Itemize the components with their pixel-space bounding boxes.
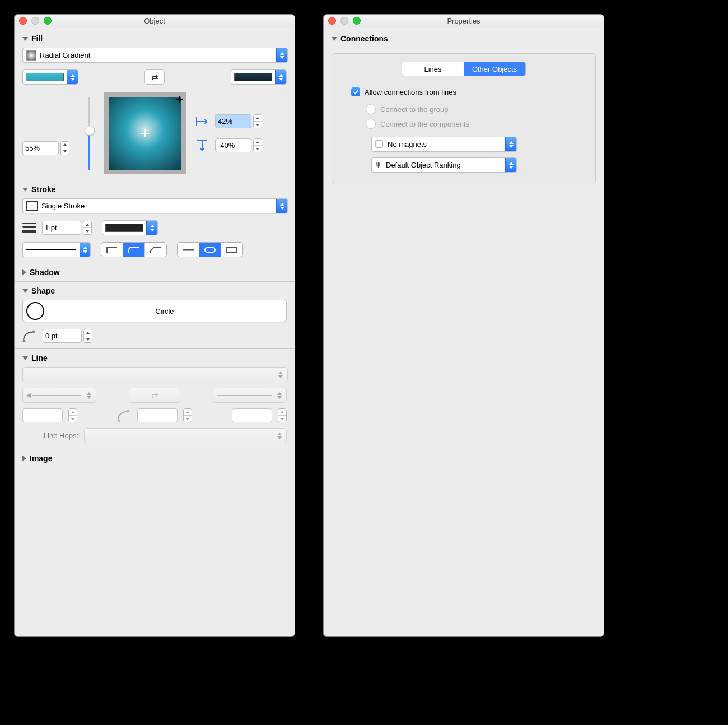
svg-rect-1 bbox=[205, 248, 215, 252]
corner-bevel-option[interactable] bbox=[144, 243, 166, 257]
gradient-blend-stepper[interactable] bbox=[22, 141, 74, 155]
stroke-section-header[interactable]: Stroke bbox=[15, 180, 295, 198]
ranking-popup[interactable]: Default Object Ranking bbox=[371, 157, 517, 173]
line-start-field[interactable] bbox=[22, 408, 63, 422]
allow-connections-label: Allow connections from lines bbox=[365, 88, 456, 96]
disclosure-triangle-icon bbox=[22, 188, 28, 192]
center-plus-icon bbox=[141, 129, 149, 137]
disclosure-triangle-icon bbox=[22, 456, 26, 461]
connections-card: Lines Other Objects Allow connections fr… bbox=[332, 53, 596, 184]
swap-icon: ⇄ bbox=[151, 391, 158, 401]
tab-other-objects[interactable]: Other Objects bbox=[464, 62, 525, 76]
stepper-arrows-icon[interactable] bbox=[83, 329, 92, 343]
circle-icon bbox=[26, 302, 44, 320]
image-section-title: Image bbox=[30, 454, 52, 463]
stepper-arrows-icon bbox=[146, 221, 157, 235]
stepper-arrows-icon bbox=[275, 392, 284, 399]
stroke-dash-popup[interactable] bbox=[22, 242, 91, 257]
corner-radius-icon bbox=[22, 330, 37, 342]
properties-titlebar[interactable]: Properties bbox=[324, 15, 604, 27]
line-start-arrow-popup[interactable] bbox=[22, 388, 96, 403]
magnets-label: No magnets bbox=[372, 140, 505, 148]
corner-square-option[interactable] bbox=[101, 243, 123, 257]
stepper-arrows-icon[interactable] bbox=[278, 408, 287, 422]
tab-lines[interactable]: Lines bbox=[402, 62, 464, 76]
allow-connections-row[interactable]: Allow connections from lines bbox=[340, 85, 587, 102]
properties-window: Properties Connections Lines Other Objec… bbox=[323, 14, 604, 637]
shadow-section-header[interactable]: Shadow bbox=[15, 263, 295, 281]
magnets-popup[interactable]: No magnets bbox=[371, 137, 517, 152]
swap-icon: ⇄ bbox=[151, 72, 158, 82]
stepper-arrows-icon bbox=[276, 371, 285, 378]
stroke-color-button[interactable] bbox=[102, 220, 158, 235]
stepper-arrows-icon bbox=[275, 70, 286, 84]
stroke-width-stepper[interactable] bbox=[42, 221, 92, 235]
line-mid-field[interactable] bbox=[137, 408, 178, 422]
cap-style-segmented[interactable] bbox=[177, 242, 243, 257]
gradient-y-input[interactable] bbox=[215, 138, 251, 152]
line-hops-popup[interactable] bbox=[84, 428, 287, 443]
disclosure-triangle-icon bbox=[22, 269, 26, 275]
svg-rect-2 bbox=[227, 248, 237, 252]
cap-square-option[interactable] bbox=[221, 243, 242, 257]
shape-chooser-popup[interactable]: Circle bbox=[22, 300, 287, 322]
disclosure-triangle-icon bbox=[22, 289, 28, 293]
line-section-title: Line bbox=[31, 354, 48, 363]
stepper-arrows-icon[interactable] bbox=[60, 141, 69, 155]
object-titlebar[interactable]: Object bbox=[15, 15, 295, 27]
disclosure-triangle-icon bbox=[22, 356, 28, 360]
cap-round-option[interactable] bbox=[199, 243, 221, 257]
disclosure-triangle-icon bbox=[332, 37, 337, 41]
gradient-y-stepper[interactable] bbox=[215, 138, 262, 152]
stepper-arrows-icon bbox=[505, 137, 516, 151]
line-type-popup[interactable] bbox=[22, 367, 288, 382]
allow-connections-checkbox[interactable] bbox=[351, 87, 360, 96]
ranking-label: Default Object Ranking bbox=[372, 161, 505, 169]
corner-radius-icon bbox=[117, 410, 132, 422]
object-window-title: Object bbox=[15, 17, 295, 25]
gradient-start-color-button[interactable] bbox=[22, 69, 78, 85]
stepper-arrows-icon bbox=[276, 48, 287, 62]
properties-window-title: Properties bbox=[324, 17, 604, 25]
shape-section-header[interactable]: Shape bbox=[15, 282, 295, 300]
fill-section-header[interactable]: Fill bbox=[15, 30, 295, 48]
stepper-arrows-icon[interactable] bbox=[183, 408, 192, 422]
svg-point-4 bbox=[32, 330, 35, 333]
stroke-type-popup[interactable]: Single Stroke bbox=[22, 198, 288, 213]
connect-components-radio bbox=[366, 119, 376, 129]
gradient-blend-slider[interactable] bbox=[84, 97, 94, 170]
corner-round-option[interactable] bbox=[123, 243, 144, 257]
stroke-width-icon bbox=[22, 223, 36, 233]
line-swap-button[interactable]: ⇄ bbox=[129, 388, 180, 403]
swap-colors-button[interactable]: ⇄ bbox=[144, 69, 165, 85]
connect-group-label: Connect to the group bbox=[380, 105, 448, 114]
gradient-blend-input[interactable] bbox=[22, 141, 59, 155]
image-section-header[interactable]: Image bbox=[15, 449, 295, 472]
stepper-arrows-icon[interactable] bbox=[253, 114, 262, 128]
stepper-arrows-icon[interactable] bbox=[68, 408, 77, 422]
cap-butt-option[interactable] bbox=[178, 243, 199, 257]
checkmark-icon bbox=[353, 89, 359, 95]
gradient-x-input[interactable] bbox=[215, 114, 251, 128]
fill-type-label: Radial Gradient bbox=[36, 51, 276, 59]
arrow-left-icon bbox=[26, 393, 31, 398]
stepper-arrows-icon[interactable] bbox=[253, 138, 262, 152]
gradient-x-stepper[interactable] bbox=[215, 114, 262, 128]
connections-section-title: Connections bbox=[340, 34, 388, 43]
line-end-field[interactable] bbox=[232, 408, 272, 422]
corner-radius-input[interactable] bbox=[43, 329, 82, 343]
stepper-arrows-icon bbox=[505, 158, 516, 172]
line-end-arrow-popup[interactable] bbox=[213, 388, 287, 403]
line-section-header[interactable]: Line bbox=[15, 349, 295, 367]
corner-radius-stepper[interactable] bbox=[43, 329, 92, 343]
stroke-width-input[interactable] bbox=[42, 221, 81, 235]
line-hops-label: Line Hops: bbox=[22, 431, 78, 440]
gradient-end-color-button[interactable] bbox=[231, 69, 287, 85]
fill-type-popup[interactable]: Radial Gradient bbox=[22, 48, 288, 63]
connections-section-header[interactable]: Connections bbox=[324, 30, 604, 48]
gradient-preview[interactable] bbox=[104, 92, 186, 174]
connections-tab-switch[interactable]: Lines Other Objects bbox=[402, 62, 526, 76]
stepper-arrows-icon bbox=[276, 199, 287, 213]
stepper-arrows-icon[interactable] bbox=[83, 221, 92, 235]
corner-style-segmented[interactable] bbox=[101, 242, 167, 257]
